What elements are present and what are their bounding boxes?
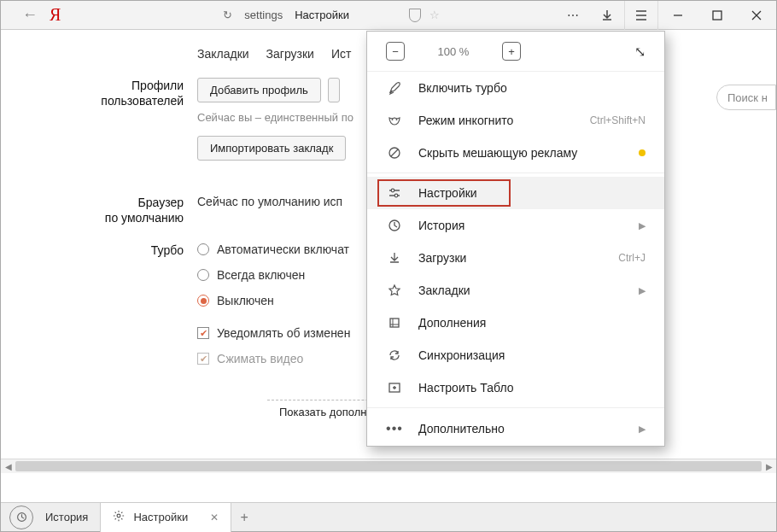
menu-more-label: Дополнительно — [418, 422, 623, 436]
svg-point-10 — [117, 514, 120, 517]
sliders-icon — [386, 186, 403, 200]
fullscreen-icon[interactable]: ⤡ — [634, 44, 646, 60]
import-bookmarks-button[interactable]: Импортировать закладк — [197, 136, 346, 161]
tab-close-icon[interactable]: ✕ — [210, 512, 219, 523]
chevron-right-icon: ▶ — [639, 285, 646, 296]
window-maximize-button[interactable] — [698, 1, 737, 30]
default-browser-l1: Браузер — [138, 196, 184, 209]
scroll-thumb[interactable] — [15, 461, 762, 471]
shield-icon[interactable] — [409, 9, 421, 22]
chevron-right-icon: ▶ — [639, 220, 646, 231]
menu-incognito-shortcut: Ctrl+Shift+N — [590, 114, 646, 126]
new-tab-button[interactable]: + — [231, 510, 256, 525]
titlebar: ← Я ↻ settings Настройки ☆ ⋯ — [1, 1, 776, 30]
menu-downloads-label: Загрузки — [418, 251, 603, 265]
tab-settings-label: Настройки — [133, 511, 202, 523]
compress-video-text: Сжимать видео — [217, 352, 303, 365]
zoom-row: − 100 % + ⤡ — [367, 32, 664, 72]
menu-settings[interactable]: Настройки — [367, 177, 664, 209]
titlebar-right: ⋯ — [556, 1, 776, 30]
gear-icon — [113, 510, 125, 524]
menu-settings-label: Настройки — [418, 186, 646, 200]
checkbox-checked-icon — [197, 353, 209, 365]
turbo-auto-text: Автоматически включат — [217, 243, 349, 256]
menu-downloads-shortcut: Ctrl+J — [618, 252, 646, 264]
menu-hide-ads-label: Скрыть мешающую рекламу — [418, 146, 623, 160]
svg-point-2 — [396, 119, 398, 120]
menu-addons-label: Дополнения — [418, 316, 646, 330]
turbo-label: Турбо — [61, 243, 197, 365]
reload-icon[interactable]: ↻ — [223, 9, 232, 21]
svg-point-1 — [392, 119, 394, 120]
url-scheme: settings — [244, 9, 283, 21]
tab-settings[interactable]: Настройки ✕ — [100, 503, 231, 532]
more-icon[interactable]: ⋯ — [556, 1, 590, 30]
browser-window: ← Я ↻ settings Настройки ☆ ⋯ — [0, 0, 777, 532]
zoom-out-button[interactable]: − — [386, 42, 405, 61]
download-icon — [386, 251, 403, 265]
address-area[interactable]: ↻ settings Настройки — [223, 9, 349, 21]
nav-history[interactable]: Ист — [331, 47, 351, 61]
radio-icon — [197, 269, 209, 281]
menu-downloads[interactable]: Загрузки Ctrl+J — [367, 242, 664, 274]
sync-icon — [386, 348, 403, 362]
back-arrow-icon[interactable]: ← — [22, 6, 38, 24]
ellipsis-icon: ••• — [386, 421, 403, 436]
site-badges: ☆ — [409, 9, 440, 22]
nav-bookmarks[interactable]: Закладки — [197, 47, 249, 61]
mask-icon — [386, 114, 403, 127]
radio-icon — [197, 243, 209, 255]
scroll-left-button[interactable]: ◀ — [1, 459, 15, 473]
menu-tableau[interactable]: Настроить Табло — [367, 371, 664, 404]
zoom-value: 100 % — [429, 45, 478, 58]
profile-extra-button[interactable] — [328, 78, 340, 102]
notify-text: Уведомлять об изменен — [217, 326, 350, 340]
zoom-in-button[interactable]: + — [502, 42, 521, 61]
window-minimize-button[interactable] — [658, 1, 698, 30]
clock-icon — [386, 219, 403, 232]
tab-history[interactable]: История — [33, 503, 100, 532]
menu-incognito[interactable]: Режим инкогнито Ctrl+Shift+N — [367, 104, 664, 137]
menu-addons[interactable]: Дополнения — [367, 307, 664, 339]
downloads-icon[interactable] — [590, 1, 624, 30]
svg-point-5 — [394, 194, 398, 197]
menu-hamburger-icon[interactable] — [624, 1, 658, 30]
block-icon — [386, 146, 403, 160]
menu-separator — [367, 407, 664, 408]
menu-turbo-label: Включить турбо — [418, 81, 646, 95]
menu-sync[interactable]: Синхронизация — [367, 339, 664, 371]
add-profile-button[interactable]: Добавить профиль — [197, 78, 321, 102]
tab-history-label: История — [45, 511, 88, 523]
titlebar-left: ← Я — [1, 5, 61, 25]
clock-tab-icon[interactable] — [9, 506, 33, 529]
chevron-right-icon: ▶ — [639, 424, 646, 435]
addons-icon — [386, 316, 403, 330]
horizontal-scrollbar[interactable]: ◀ ▶ — [1, 459, 776, 473]
yandex-logo-icon[interactable]: Я — [50, 5, 61, 25]
tab-bar: История Настройки ✕ + — [1, 502, 776, 531]
menu-sync-label: Синхронизация — [418, 348, 646, 362]
menu-bookmarks-label: Закладки — [418, 284, 623, 297]
menu-hide-ads[interactable]: Скрыть мешающую рекламу — [367, 137, 664, 169]
window-close-button[interactable] — [737, 1, 776, 30]
menu-separator — [367, 172, 664, 173]
checkbox-checked-icon — [197, 327, 209, 339]
rocket-icon — [386, 81, 403, 95]
url-title: Настройки — [295, 9, 349, 21]
svg-rect-7 — [390, 319, 399, 327]
default-browser-label: Браузер по умолчанию — [61, 195, 197, 225]
turbo-always-text: Всегда включен — [217, 268, 305, 282]
menu-bookmarks[interactable]: Закладки ▶ — [367, 274, 664, 307]
menu-turbo[interactable]: Включить турбо — [367, 72, 664, 104]
svg-point-4 — [391, 189, 394, 192]
scroll-right-button[interactable]: ▶ — [762, 459, 776, 473]
menu-incognito-label: Режим инкогнито — [418, 114, 575, 127]
bookmark-star-icon[interactable]: ☆ — [429, 9, 440, 21]
nav-downloads[interactable]: Загрузки — [266, 47, 314, 61]
profiles-label: Профили пользователей — [61, 78, 197, 161]
menu-more[interactable]: ••• Дополнительно ▶ — [367, 412, 664, 446]
add-tile-icon — [386, 381, 403, 395]
menu-history[interactable]: История ▶ — [367, 209, 664, 242]
star-icon — [386, 284, 403, 297]
menu-tableau-label: Настроить Табло — [418, 381, 646, 395]
